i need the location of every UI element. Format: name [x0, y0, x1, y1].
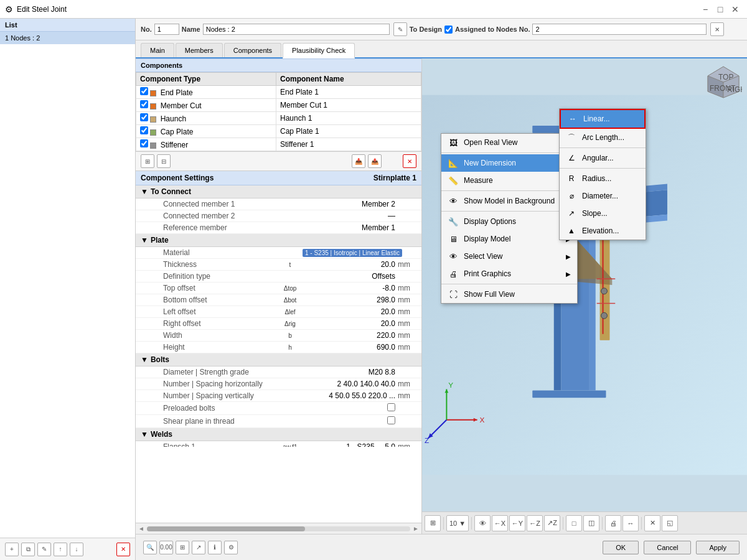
- item-label: Right offset: [153, 319, 278, 328]
- menu-display-options[interactable]: 🔧 Display Options ▶: [441, 213, 577, 230]
- tab-plausibility-check[interactable]: Plausibility Check: [283, 43, 355, 58]
- component-checkbox[interactable]: [140, 100, 148, 108]
- group-bolts[interactable]: ▼ Bolts: [136, 353, 421, 366]
- cube-widget[interactable]: TOP FRONT RIGHT: [705, 63, 742, 101]
- apply-button[interactable]: Apply: [696, 541, 740, 554]
- menu-new-dimension[interactable]: 📐 New Dimension ▶: [441, 154, 577, 172]
- group-to-connect[interactable]: ▼ To Connect: [136, 185, 421, 198]
- submenu-arc-length[interactable]: ⌒ Arc Length...: [560, 129, 646, 146]
- group-welds[interactable]: ▼ Welds: [136, 428, 421, 441]
- vp-expand-button[interactable]: ◱: [662, 515, 678, 531]
- move-down-button[interactable]: ↓: [70, 543, 83, 556]
- component-row[interactable]: Haunch Haunch 1: [136, 112, 421, 125]
- cancel-button[interactable]: Cancel: [644, 541, 691, 554]
- vp-y-button[interactable]: ←Y: [509, 515, 525, 531]
- name-edit-button[interactable]: ✎: [393, 22, 407, 36]
- component-checkbox[interactable]: [140, 139, 148, 147]
- menu-open-real-view[interactable]: 🖼 Open Real View: [441, 134, 577, 151]
- submenu-radius-label: Radius...: [582, 174, 611, 183]
- group-plate[interactable]: ▼ Plate: [136, 234, 421, 247]
- list-item[interactable]: 1 Nodes : 2: [0, 32, 135, 44]
- submenu-linear[interactable]: ↔ Linear...: [560, 109, 646, 129]
- vp-close-button[interactable]: ✕: [644, 515, 660, 531]
- item-checkbox[interactable]: [387, 416, 395, 424]
- submenu-diameter[interactable]: ⌀ Diameter...: [560, 187, 646, 205]
- add-button[interactable]: +: [5, 543, 19, 556]
- item-label: Connected member 2: [153, 212, 278, 220]
- ok-button[interactable]: OK: [603, 541, 639, 554]
- vp-x-button[interactable]: ←X: [492, 515, 508, 531]
- expand-all-button[interactable]: ⊞: [141, 154, 154, 168]
- delete-button[interactable]: ✕: [116, 543, 130, 556]
- bt-search-button[interactable]: 🔍: [143, 541, 157, 554]
- submenu-slope[interactable]: ↗ Slope...: [560, 205, 646, 222]
- viewport[interactable]: X Y Z: [422, 58, 747, 534]
- vp-zoom-level[interactable]: 10 ▼: [446, 515, 469, 531]
- vp-iso-button[interactable]: ↗Z: [544, 515, 560, 531]
- select-view-arrow: ▶: [566, 253, 571, 260]
- new-dimension-icon: 📐: [448, 157, 459, 169]
- vp-sep-4: [602, 517, 603, 530]
- collapse-icon: ▼: [141, 430, 148, 439]
- component-checkbox[interactable]: [140, 87, 148, 95]
- menu-show-model-bg[interactable]: 👁 Show Model in Background: [441, 192, 577, 210]
- component-row[interactable]: Member Cut Member Cut 1: [136, 99, 421, 112]
- name-input[interactable]: [203, 24, 390, 35]
- duplicate-button[interactable]: ⧉: [21, 543, 35, 556]
- bt-export-button[interactable]: ↗: [192, 541, 205, 554]
- item-checkbox[interactable]: [387, 403, 395, 411]
- svg-point-21: [601, 312, 608, 319]
- component-row[interactable]: Cap Plate Cap Plate 1: [136, 125, 421, 138]
- submenu-radius[interactable]: R Radius...: [560, 170, 646, 187]
- item-value: 4 50.0 55.0 220.0 ...: [303, 391, 398, 400]
- item-label: Height: [153, 343, 278, 352]
- item-unit: mm: [398, 296, 416, 304]
- menu-display-model-label: Display Model: [464, 235, 510, 243]
- vp-wire-button[interactable]: □: [566, 515, 582, 531]
- tab-components[interactable]: Components: [224, 43, 281, 57]
- settings-scroll-area[interactable]: ▼ To Connect Connected member 1 Member 2…: [136, 185, 421, 447]
- submenu-angular[interactable]: ∠ Angular...: [560, 149, 646, 167]
- vp-eye-button[interactable]: 👁: [474, 515, 491, 531]
- component-row[interactable]: Stiffener Stiffener 1: [136, 138, 421, 151]
- collapse-all-button[interactable]: ⊟: [157, 154, 171, 168]
- component-checkbox[interactable]: [140, 113, 148, 121]
- vp-toggle-button[interactable]: ⊞: [425, 515, 441, 531]
- tab-main[interactable]: Main: [141, 43, 174, 57]
- menu-select-view[interactable]: 👁 Select View ▶: [441, 248, 577, 265]
- settings-panel: Component Settings Stirnplatte 1 ▼ To Co…: [136, 171, 421, 523]
- close-button[interactable]: ✕: [728, 2, 742, 16]
- rename-button[interactable]: ✎: [37, 543, 51, 556]
- bt-calc-button[interactable]: ⚙: [224, 541, 238, 554]
- vp-print-button[interactable]: 🖨: [605, 515, 621, 531]
- tab-members[interactable]: Members: [176, 43, 223, 57]
- submenu-new-dimension: ↔ Linear... ⌒ Arc Length... ∠ Angular...: [559, 108, 646, 240]
- move-up-button[interactable]: ↑: [54, 543, 67, 556]
- component-row[interactable]: End Plate End Plate 1: [136, 86, 421, 99]
- to-design-checkbox[interactable]: [444, 26, 453, 34]
- vp-fit-button[interactable]: ↔: [622, 515, 639, 531]
- vp-z-button[interactable]: ←Z: [527, 515, 543, 531]
- export-button[interactable]: 📤: [368, 154, 382, 168]
- bt-info-button[interactable]: ℹ: [208, 541, 222, 554]
- vp-render-button[interactable]: ◫: [583, 515, 599, 531]
- menu-display-model[interactable]: 🖥 Display Model ▶: [441, 230, 577, 248]
- component-checkbox[interactable]: [140, 126, 148, 134]
- menu-display-options-label: Display Options: [464, 217, 516, 226]
- bt-view-button[interactable]: ⊞: [176, 541, 189, 554]
- svg-rect-5: [532, 390, 606, 398]
- menu-print-graphics[interactable]: 🖨 Print Graphics ▶: [441, 265, 577, 282]
- menu-measure[interactable]: 📏 Measure ▶: [441, 172, 577, 189]
- bt-value-button[interactable]: 0.00: [159, 541, 173, 554]
- maximize-button[interactable]: □: [713, 2, 727, 16]
- item-unit: mm: [398, 319, 416, 328]
- assigned-input[interactable]: [532, 24, 707, 35]
- import-button[interactable]: 📥: [352, 154, 365, 168]
- item-value: 220.0: [303, 331, 398, 340]
- minimize-button[interactable]: −: [698, 2, 712, 16]
- submenu-elevation[interactable]: ▲ Elevation...: [560, 222, 646, 240]
- no-input[interactable]: [154, 24, 179, 35]
- assigned-pick-button[interactable]: ✕: [710, 22, 724, 36]
- menu-show-full-view[interactable]: ⛶ Show Full View: [441, 286, 577, 303]
- delete-comp-button[interactable]: ✕: [403, 154, 416, 168]
